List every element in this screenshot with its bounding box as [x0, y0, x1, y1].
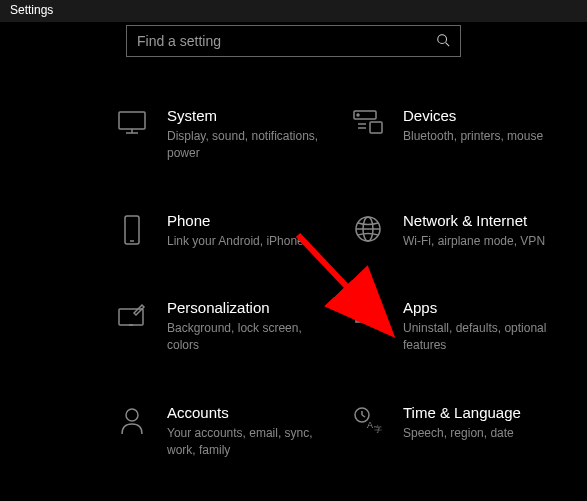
- tile-desc: Uninstall, defaults, optional features: [403, 320, 567, 354]
- search-container: [0, 25, 587, 57]
- search-input[interactable]: [137, 33, 436, 49]
- tile-title: Network & Internet: [403, 212, 567, 229]
- window-title: Settings: [10, 3, 53, 17]
- search-icon: [436, 33, 450, 50]
- phone-icon: [115, 214, 149, 248]
- settings-grid: System Display, sound, notifications, po…: [0, 107, 587, 459]
- tile-text: Time & Language Speech, region, date: [403, 404, 567, 459]
- svg-text:字: 字: [374, 425, 382, 434]
- tile-desc: Link your Android, iPhone: [167, 233, 331, 250]
- tile-phone[interactable]: Phone Link your Android, iPhone: [115, 212, 331, 250]
- tile-time[interactable]: A字 Time & Language Speech, region, date: [351, 404, 567, 459]
- window-titlebar: Settings: [0, 0, 587, 22]
- tile-title: Apps: [403, 299, 567, 316]
- tile-apps[interactable]: Apps Uninstall, defaults, optional featu…: [351, 299, 567, 354]
- svg-rect-19: [356, 318, 360, 322]
- svg-text:A: A: [367, 420, 373, 430]
- svg-line-26: [362, 415, 365, 417]
- tile-desc: Wi-Fi, airplane mode, VPN: [403, 233, 567, 250]
- tile-text: Phone Link your Android, iPhone: [167, 212, 331, 250]
- system-icon: [115, 109, 149, 143]
- network-icon: [351, 214, 385, 248]
- svg-point-0: [438, 34, 447, 43]
- tile-text: Network & Internet Wi-Fi, airplane mode,…: [403, 212, 567, 250]
- time-language-icon: A字: [351, 406, 385, 440]
- svg-point-6: [357, 114, 359, 116]
- tile-title: Phone: [167, 212, 331, 229]
- search-box[interactable]: [126, 25, 461, 57]
- devices-icon: [351, 109, 385, 143]
- tile-system[interactable]: System Display, sound, notifications, po…: [115, 107, 331, 162]
- svg-rect-7: [370, 122, 382, 133]
- svg-rect-17: [356, 304, 360, 308]
- tile-desc: Bluetooth, printers, mouse: [403, 128, 567, 145]
- tile-desc: Your accounts, email, sync, work, family: [167, 425, 331, 459]
- tile-desc: Display, sound, notifications, power: [167, 128, 331, 162]
- tile-personalization[interactable]: Personalization Background, lock screen,…: [115, 299, 331, 354]
- accounts-icon: [115, 406, 149, 440]
- svg-rect-18: [356, 311, 360, 315]
- tile-desc: Speech, region, date: [403, 425, 567, 442]
- tile-text: Accounts Your accounts, email, sync, wor…: [167, 404, 331, 459]
- tile-title: Personalization: [167, 299, 331, 316]
- tile-text: Devices Bluetooth, printers, mouse: [403, 107, 567, 162]
- tile-title: Devices: [403, 107, 567, 124]
- svg-rect-10: [125, 216, 139, 244]
- tile-accounts[interactable]: Accounts Your accounts, email, sync, wor…: [115, 404, 331, 459]
- tile-title: Time & Language: [403, 404, 567, 421]
- apps-icon: [351, 301, 385, 335]
- tile-text: Apps Uninstall, defaults, optional featu…: [403, 299, 567, 354]
- tile-text: Personalization Background, lock screen,…: [167, 299, 331, 354]
- tile-devices[interactable]: Devices Bluetooth, printers, mouse: [351, 107, 567, 162]
- tile-network[interactable]: Network & Internet Wi-Fi, airplane mode,…: [351, 212, 567, 250]
- svg-point-23: [126, 409, 138, 421]
- svg-line-1: [446, 42, 450, 46]
- svg-rect-2: [119, 112, 145, 129]
- tile-text: System Display, sound, notifications, po…: [167, 107, 331, 162]
- tile-desc: Background, lock screen, colors: [167, 320, 331, 354]
- tile-title: System: [167, 107, 331, 124]
- tile-title: Accounts: [167, 404, 331, 421]
- personalization-icon: [115, 301, 149, 335]
